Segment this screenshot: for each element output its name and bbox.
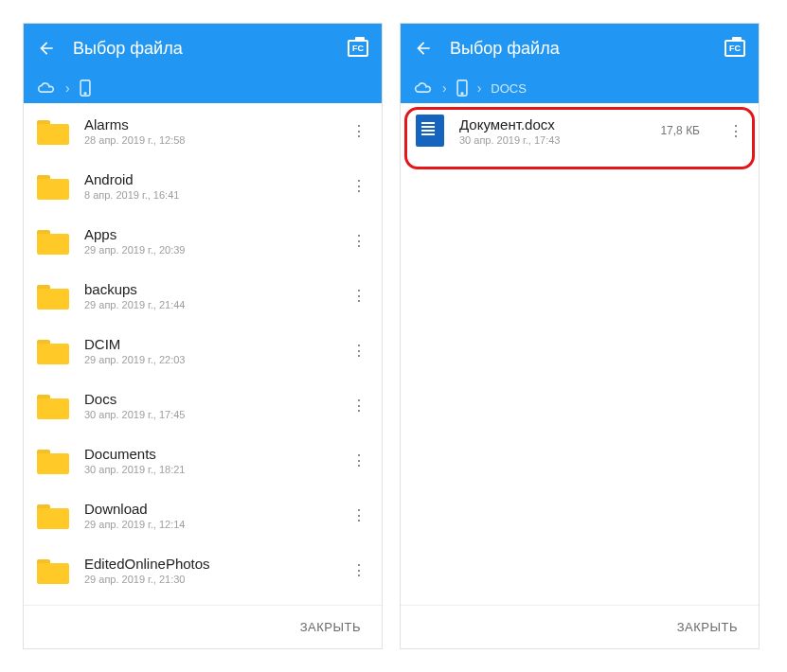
- item-name: Apps: [84, 226, 327, 242]
- more-icon[interactable]: ⋮: [342, 553, 376, 587]
- item-name: backups: [84, 281, 327, 297]
- row-text: Android8 апр. 2019 г., 16:41: [84, 171, 327, 201]
- folder-icon: [37, 282, 69, 309]
- row-text: Apps29 апр. 2019 г., 20:39: [84, 226, 327, 256]
- cloud-icon[interactable]: [37, 81, 56, 95]
- item-meta: 28 апр. 2019 г., 12:58: [84, 134, 327, 146]
- item-name: Документ.docx: [459, 116, 645, 133]
- item-meta: 29 апр. 2019 г., 20:39: [84, 244, 327, 256]
- item-meta: 30 апр. 2019 г., 17:43: [459, 134, 645, 146]
- item-meta: 29 апр. 2019 г., 12:14: [84, 519, 327, 530]
- more-icon[interactable]: ⋮: [342, 333, 376, 367]
- device-icon[interactable]: [456, 80, 468, 97]
- row-text: Docs30 апр. 2019 г., 17:45: [84, 391, 327, 420]
- file-list[interactable]: Alarms28 апр. 2019 г., 12:58⋮Android8 ап…: [24, 103, 382, 605]
- item-name: Documents: [84, 446, 327, 462]
- folder-row[interactable]: Download29 апр. 2019 г., 12:14⋮: [24, 487, 382, 542]
- folder-row[interactable]: Apps29 апр. 2019 г., 20:39⋮: [24, 213, 382, 268]
- appbar: Выбор файла FC: [401, 24, 759, 73]
- folder-icon: [37, 557, 69, 583]
- row-text: Документ.docx30 апр. 2019 г., 17:43: [459, 116, 645, 146]
- item-meta: 29 апр. 2019 г., 22:03: [84, 354, 327, 365]
- more-icon[interactable]: ⋮: [342, 278, 376, 312]
- close-button[interactable]: ЗАКРЫТЬ: [300, 620, 361, 634]
- back-icon[interactable]: [414, 39, 433, 58]
- breadcrumb: › › DOCS: [401, 73, 759, 103]
- folder-icon: [37, 227, 69, 254]
- more-icon[interactable]: ⋮: [342, 114, 376, 148]
- cloud-icon[interactable]: [414, 81, 433, 95]
- row-text: DCIM29 апр. 2019 г., 22:03: [84, 336, 327, 365]
- file-row[interactable]: Документ.docx30 апр. 2019 г., 17:4317,8 …: [401, 103, 759, 158]
- item-name: Android: [84, 171, 327, 187]
- folder-row[interactable]: Documents30 апр. 2019 г., 18:21⋮: [24, 433, 382, 487]
- folder-row[interactable]: Alarms28 апр. 2019 г., 12:58⋮: [24, 103, 382, 158]
- item-name: DCIM: [84, 336, 327, 352]
- item-meta: 29 апр. 2019 г., 21:44: [84, 299, 327, 310]
- back-icon[interactable]: [37, 39, 56, 58]
- footer: ЗАКРЫТЬ: [401, 605, 759, 648]
- file-list[interactable]: Документ.docx30 апр. 2019 г., 17:4317,8 …: [401, 103, 759, 605]
- more-icon[interactable]: ⋮: [342, 498, 376, 532]
- device-icon[interactable]: [80, 80, 91, 97]
- footer: ЗАКРЫТЬ: [24, 605, 382, 648]
- breadcrumb-folder[interactable]: DOCS: [491, 81, 527, 96]
- folder-row[interactable]: DCIM29 апр. 2019 г., 22:03⋮: [24, 323, 382, 378]
- folder-icon: [37, 172, 69, 199]
- screen-right: Выбор файла FC › › DOCS Документ.docx30 …: [400, 23, 760, 649]
- row-text: Alarms28 апр. 2019 г., 12:58: [84, 116, 327, 146]
- folder-icon: [37, 447, 69, 473]
- folder-row[interactable]: backups29 апр. 2019 г., 21:44⋮: [24, 268, 382, 323]
- folder-icon: [37, 392, 69, 418]
- screen-left: Выбор файла FC › Alarms28 апр. 2019 г., …: [23, 23, 383, 649]
- item-meta: 30 апр. 2019 г., 18:21: [84, 464, 327, 475]
- more-icon[interactable]: ⋮: [342, 388, 376, 422]
- document-icon: [416, 115, 444, 147]
- more-icon[interactable]: ⋮: [342, 443, 376, 477]
- app-logo-icon[interactable]: FC: [348, 40, 368, 57]
- item-name: Alarms: [84, 116, 327, 133]
- folder-icon: [37, 117, 69, 144]
- item-name: Docs: [84, 391, 327, 407]
- folder-row[interactable]: Docs30 апр. 2019 г., 17:45⋮: [24, 378, 382, 433]
- item-name: EditedOnlinePhotos: [84, 556, 327, 572]
- breadcrumb-separator: ›: [65, 80, 70, 96]
- item-meta: 8 апр. 2019 г., 16:41: [84, 189, 327, 201]
- page-title: Выбор файла: [73, 39, 331, 59]
- item-meta: 30 апр. 2019 г., 17:45: [84, 409, 327, 420]
- breadcrumb: ›: [24, 73, 382, 103]
- row-text: Documents30 апр. 2019 г., 18:21: [84, 446, 327, 475]
- breadcrumb-separator: ›: [477, 80, 482, 96]
- app-logo-icon[interactable]: FC: [724, 40, 745, 57]
- item-size: 17,8 КБ: [660, 124, 700, 137]
- svg-point-1: [84, 93, 86, 95]
- row-text: EditedOnlinePhotos29 апр. 2019 г., 21:30: [84, 556, 327, 585]
- close-button[interactable]: ЗАКРЫТЬ: [677, 620, 738, 634]
- folder-icon: [37, 337, 69, 363]
- row-text: Download29 апр. 2019 г., 12:14: [84, 501, 327, 530]
- folder-icon: [37, 502, 69, 528]
- appbar: Выбор файла FC: [24, 24, 382, 73]
- page-title: Выбор файла: [450, 39, 707, 59]
- more-icon[interactable]: ⋮: [342, 168, 376, 203]
- svg-point-3: [461, 93, 463, 95]
- breadcrumb-separator: ›: [442, 80, 447, 96]
- folder-row[interactable]: Android8 апр. 2019 г., 16:41⋮: [24, 158, 382, 213]
- folder-row[interactable]: EditedOnlinePhotos29 апр. 2019 г., 21:30…: [24, 542, 382, 597]
- item-meta: 29 апр. 2019 г., 21:30: [84, 574, 327, 585]
- item-name: Download: [84, 501, 327, 517]
- more-icon[interactable]: ⋮: [342, 223, 376, 257]
- row-text: backups29 апр. 2019 г., 21:44: [84, 281, 327, 310]
- more-icon[interactable]: ⋮: [719, 114, 753, 148]
